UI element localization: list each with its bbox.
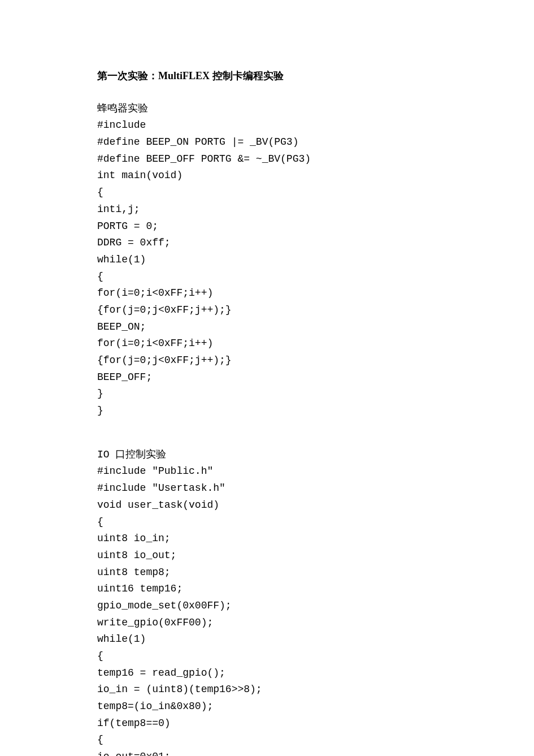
- code-line: #include "Usertask.h": [97, 480, 437, 497]
- code-line: {: [97, 648, 437, 665]
- code-line: if(temp8==0): [97, 715, 437, 732]
- code-line: io_in = (uint8)(temp16>>8);: [97, 681, 437, 698]
- code-line: uint8 io_in;: [97, 530, 437, 547]
- section-sub1: 蜂鸣器实验: [97, 101, 437, 118]
- code-line: {for(j=0;j<0xFF;j++);}: [97, 302, 437, 319]
- code-line: {: [97, 184, 437, 201]
- code-line: #include "Public.h": [97, 463, 437, 480]
- code-line: uint8 io_out;: [97, 547, 437, 564]
- code-line: temp16 = read_gpio();: [97, 665, 437, 682]
- heading-title: 第一次实验：MultiFLEX 控制卡编程实验: [97, 68, 437, 85]
- code-block-2: #include "Public.h"#include "Usertask.h"…: [97, 463, 437, 756]
- code-line: {for(j=0;j<0xFF;j++);}: [97, 352, 437, 369]
- code-line: {: [97, 732, 437, 749]
- code-line: #include: [97, 117, 437, 134]
- code-line: {: [97, 514, 437, 531]
- code-line: BEEP_ON;: [97, 319, 437, 336]
- code-line: while(1): [97, 252, 437, 269]
- code-line: #define BEEP_ON PORTG |= _BV(PG3): [97, 134, 437, 151]
- code-line: PORTG = 0;: [97, 218, 437, 235]
- code-line: }: [97, 403, 437, 420]
- code-line: inti,j;: [97, 201, 437, 218]
- code-line: temp8=(io_in&0x80);: [97, 698, 437, 715]
- code-block-1: #include#define BEEP_ON PORTG |= _BV(PG3…: [97, 117, 437, 419]
- code-line: int main(void): [97, 167, 437, 184]
- code-line: for(i=0;i<0xFF;i++): [97, 285, 437, 302]
- code-line: write_gpio(0xFF00);: [97, 615, 437, 632]
- code-line: while(1): [97, 631, 437, 648]
- code-line: for(i=0;i<0xFF;i++): [97, 335, 437, 352]
- code-line: gpio_mode_set(0x00FF);: [97, 598, 437, 615]
- code-line: io_out=0x01;: [97, 749, 437, 756]
- section-sub2: IO 口控制实验: [97, 447, 437, 464]
- code-line: }: [97, 386, 437, 403]
- code-line: BEEP_OFF;: [97, 369, 437, 386]
- code-line: void user_task(void): [97, 497, 437, 514]
- code-line: {: [97, 269, 437, 286]
- code-line: DDRG = 0xff;: [97, 235, 437, 252]
- code-line: uint8 temp8;: [97, 564, 437, 581]
- code-line: uint16 temp16;: [97, 581, 437, 598]
- code-line: #define BEEP_OFF PORTG &= ~_BV(PG3): [97, 151, 437, 168]
- document-page: 第一次实验：MultiFLEX 控制卡编程实验 蜂鸣器实验 #include#d…: [0, 0, 534, 756]
